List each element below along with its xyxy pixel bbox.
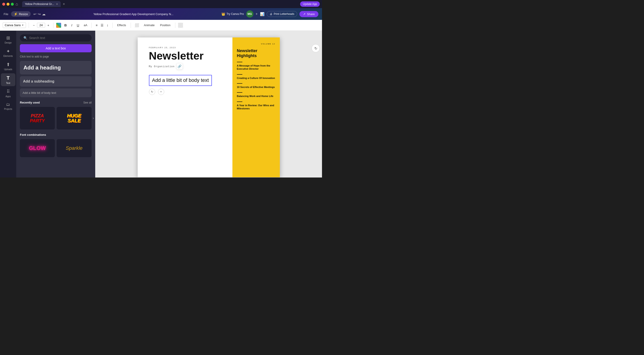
add-text-button[interactable]: +: [158, 89, 164, 95]
tab-close-button[interactable]: ✕: [56, 3, 58, 6]
recent-item-pizza[interactable]: PIZZAPARTY: [20, 107, 55, 129]
font-combo-glow[interactable]: GLOW: [20, 139, 55, 157]
link-icon-button[interactable]: 🔗: [176, 63, 183, 69]
refresh-text-button[interactable]: ↻: [149, 89, 155, 95]
see-all-button[interactable]: See all: [83, 101, 92, 104]
align-list-button[interactable]: ☰: [99, 22, 105, 28]
font-name: Canva Sans: [5, 23, 21, 27]
grid-scroll-arrow[interactable]: ›: [93, 116, 94, 120]
undo-redo-group: ↩ ↪ ☁: [34, 12, 46, 16]
home-icon[interactable]: ⌂: [16, 2, 18, 6]
avatar-initials: MG: [248, 12, 252, 15]
apps-icon: ⠿: [6, 89, 10, 94]
elements-icon: ✦: [6, 48, 10, 54]
new-tab-button[interactable]: +: [63, 2, 65, 6]
highlight-divider-1: [237, 74, 242, 75]
search-icon: 🔍: [24, 36, 27, 40]
font-combinations-title: Font combinations: [20, 133, 92, 136]
font-size-input[interactable]: [37, 23, 45, 27]
italic-button[interactable]: I: [70, 22, 74, 28]
canvas-left-panel: FEBRUARY 25, 2023 Newsletter My Organiza…: [138, 37, 232, 177]
text-controls-row: ↻ +: [149, 89, 224, 95]
underline-button[interactable]: U: [75, 22, 80, 28]
redo-button[interactable]: ↪: [38, 12, 40, 16]
case-button[interactable]: aA: [82, 22, 89, 28]
sidebar-item-uploads[interactable]: ⬆ Uploads: [1, 60, 15, 72]
highlight-item-3: Balancing Work and Home Life: [237, 92, 275, 98]
active-tab[interactable]: Yellow Professional Gr... ✕: [22, 1, 61, 7]
update-app-button[interactable]: Update App: [300, 1, 320, 7]
analytics-icon[interactable]: 📊: [260, 12, 264, 16]
projects-icon: 🗂: [6, 102, 10, 107]
font-size-decrease-button[interactable]: −: [32, 22, 36, 28]
bold-button[interactable]: B: [63, 22, 68, 28]
highlight-divider-4: [237, 101, 242, 102]
glow-text: GLOW: [29, 145, 46, 151]
link-icon: 🔗: [178, 64, 182, 68]
effects-button[interactable]: Effects: [115, 22, 128, 28]
sidebar-item-elements[interactable]: ✦ Elements: [1, 47, 15, 59]
close-window-button[interactable]: [2, 3, 5, 6]
highlight-item-0: A Message of Hope from the Executive Dir…: [237, 62, 275, 71]
pattern-button[interactable]: [178, 23, 183, 28]
highlight-text-0[interactable]: A Message of Hope from the Executive Dir…: [237, 64, 275, 71]
highlight-text-2[interactable]: 10 Secrets of Effective Meetings: [237, 85, 275, 89]
user-avatar[interactable]: MG: [246, 10, 254, 17]
traffic-lights: [2, 3, 14, 6]
canvas-title[interactable]: Newsletter: [149, 50, 224, 61]
font-size-increase-button[interactable]: +: [46, 22, 50, 28]
canvas-org-row: My Organization 🔗: [149, 63, 224, 69]
search-input[interactable]: [29, 36, 88, 40]
file-menu[interactable]: File: [4, 12, 8, 16]
sidebar-item-design[interactable]: ⊞ Design: [1, 33, 15, 46]
align-left-button[interactable]: ≡: [94, 22, 99, 28]
sidebar-item-apps[interactable]: ⠿ Apps: [1, 87, 15, 99]
canvas-area[interactable]: FEBRUARY 25, 2023 Newsletter My Organiza…: [95, 31, 322, 177]
body-sample[interactable]: Add a little bit of body text: [20, 88, 92, 97]
uploads-icon: ⬆: [6, 62, 10, 67]
add-textbox-button[interactable]: Add a text box: [20, 44, 92, 52]
body-text-element[interactable]: Add a little bit of body text: [149, 75, 212, 86]
text-color-button[interactable]: [56, 23, 61, 28]
share-button[interactable]: ↗ Share: [300, 11, 318, 17]
font-combo-sparkle[interactable]: Sparkle: [57, 139, 92, 157]
highlight-item-4: A Year in Review: Our Wins and Milestone…: [237, 101, 275, 110]
font-dropdown-chevron: ▼: [22, 24, 24, 26]
search-box: 🔍: [20, 34, 92, 41]
sidebar-design-label: Design: [4, 41, 12, 44]
subheading-sample[interactable]: Add a subheading: [20, 76, 92, 87]
font-selector[interactable]: Canva Sans ▼: [3, 22, 26, 28]
font-combinations-grid: GLOW Sparkle: [20, 139, 92, 157]
canvas-org-text: My Organization: [149, 65, 175, 68]
sidebar-item-projects[interactable]: 🗂 Projects: [1, 100, 15, 112]
print-letterheads-button[interactable]: 🖨 Print Letterheads: [267, 11, 297, 17]
undo-button[interactable]: ↩: [34, 12, 36, 16]
browser-top-bar: ⌂ Yellow Professional Gr... ✕ + Update A…: [0, 0, 322, 8]
heading-sample[interactable]: Add a heading: [20, 61, 92, 74]
toolbar-divider-6: [175, 22, 175, 28]
design-icon: ⊞: [6, 35, 10, 41]
highlight-text-3[interactable]: Balancing Work and Home Life: [237, 94, 275, 98]
sidebar-item-text[interactable]: T Text: [1, 73, 15, 86]
line-spacing-button[interactable]: ↕: [106, 22, 110, 28]
recent-item-huge-sale[interactable]: HUGESALE: [57, 107, 92, 129]
add-collaborator-button[interactable]: +: [256, 12, 258, 16]
minimize-window-button[interactable]: [6, 3, 10, 6]
share-label: Share: [307, 12, 315, 16]
subheading-sample-text: Add a subheading: [23, 79, 88, 83]
sidebar-elements-label: Elements: [4, 55, 13, 57]
toolbar-divider-5: [131, 22, 131, 28]
sparkle-text: Sparkle: [66, 145, 82, 151]
cloud-save-button[interactable]: ☁: [42, 12, 46, 16]
canvas-date: FEBRUARY 25, 2023: [149, 46, 224, 49]
position-button[interactable]: Position: [158, 22, 172, 28]
transparency-button[interactable]: [134, 22, 140, 28]
resize-button[interactable]: ⚡ Resize: [11, 11, 31, 17]
highlight-text-1[interactable]: Creating a Culture Of Innovation: [237, 76, 275, 80]
maximize-window-button[interactable]: [11, 3, 14, 6]
highlight-text-4[interactable]: A Year in Review: Our Wins and Milestone…: [237, 104, 275, 110]
canvas-refresh-button[interactable]: ↻: [312, 44, 320, 52]
sidebar-uploads-label: Uploads: [4, 68, 12, 71]
try-canva-pro-button[interactable]: 👑 Try Canva Pro: [221, 12, 244, 16]
animate-button[interactable]: Animate: [142, 22, 156, 28]
